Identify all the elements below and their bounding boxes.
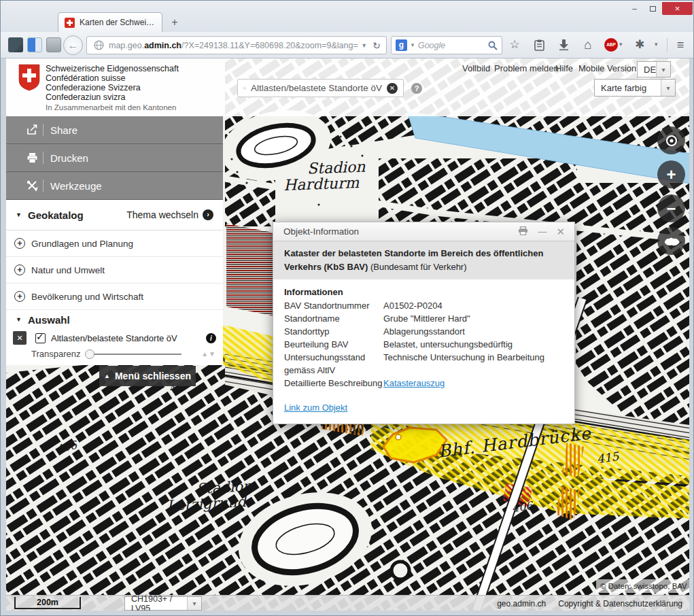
addon-icon-3[interactable] (46, 37, 61, 52)
addon-splat-icon[interactable]: ✱ (631, 37, 648, 52)
addon-dropdown-icon[interactable]: ▾ (655, 41, 658, 48)
swiss-coat-of-arms (18, 64, 40, 91)
home-icon[interactable]: ⌂ (580, 37, 596, 52)
footer-bar: 200m CH1903+ / LV95▾ geo.admin.ch Copyri… (6, 595, 689, 611)
addon-icon-2[interactable] (27, 37, 42, 52)
collapse-triangle-icon: ▼ (16, 316, 25, 323)
browser-window: Karten der Schweiz - Schweize... + – × ←… (0, 0, 694, 616)
expand-plus-icon: + (14, 238, 25, 249)
search-help-icon[interactable]: ? (411, 83, 422, 94)
popup-titlebar[interactable]: Objekt-Information — ✕ (273, 222, 574, 241)
info-row: Detaillierte Beschreibung Katasterauszug (284, 377, 563, 390)
layer-info-icon[interactable]: i (206, 333, 216, 343)
zoom-in-button[interactable]: + (657, 160, 685, 188)
info-row: Beurteilung BAVBelastet, untersuchungsbe… (284, 338, 563, 351)
adblock-dropdown-icon[interactable]: ▾ (619, 41, 623, 48)
expand-plus-icon: + (14, 264, 25, 275)
layer-checkbox[interactable] (35, 333, 46, 343)
transparency-slider[interactable] (86, 349, 181, 359)
nav-hilfe[interactable]: Hilfe (555, 63, 573, 73)
popup-print-icon[interactable] (518, 226, 528, 237)
search-engine-bar[interactable]: g ▼ Google (391, 36, 502, 54)
cantons-subline: In Zusammenarbeit mit den Kantonen (46, 103, 176, 112)
popup-title: Objekt-Information (283, 226, 518, 237)
bookmark-star-icon[interactable]: ☆ (506, 37, 523, 52)
sidebar-item-tools[interactable]: Werkzeuge (6, 172, 223, 200)
info-row: StandorttypAblagerungsstandort (284, 325, 563, 338)
category-bevoelkerung[interactable]: + Bevölkerung und Wirtschaft (6, 284, 223, 310)
layer-reorder-icons[interactable]: ▲▼ (201, 350, 216, 358)
kataster-link[interactable]: Katasterauszug (383, 378, 445, 388)
adblock-icon[interactable]: ABP (604, 38, 618, 52)
popup-minimize-icon[interactable]: — (538, 226, 546, 237)
share-icon (24, 124, 40, 135)
window-close-button[interactable]: × (662, 2, 693, 15)
magnifier-icon[interactable] (488, 41, 498, 50)
map-search-input[interactable]: Altlasten/belastete Standorte öV ✕ (237, 79, 404, 97)
engine-dropdown-icon[interactable]: ▼ (410, 42, 415, 48)
geolocate-button[interactable] (657, 126, 685, 154)
collapse-up-icon: ▲ (104, 373, 110, 379)
search-value: Altlasten/belastete Standorte öV (251, 83, 382, 93)
url-text: map.geo.admin.ch/?X=249138.11&Y=680698.2… (109, 41, 358, 50)
browser-tab[interactable]: Karten der Schweiz - Schweize... (58, 12, 162, 32)
info-row: Untersuchungsstand gemäss AltlVTechnisch… (284, 351, 563, 377)
background-layer-select[interactable]: Karte farbig▾ (594, 79, 676, 97)
object-link[interactable]: Link zum Objekt (284, 403, 347, 413)
browser-toolbar: ← map.geo.admin.ch/?X=249138.11&Y=680698… (1, 32, 694, 58)
clear-search-icon[interactable]: ✕ (387, 83, 398, 94)
globe-icon (94, 40, 104, 50)
selection-header[interactable]: ▼ Auswahl (6, 310, 223, 329)
menu-hamburger-icon[interactable]: ≡ (672, 37, 689, 52)
nav-problem-melden[interactable]: Problem melden (494, 63, 559, 73)
downloads-icon[interactable] (555, 37, 572, 52)
confederation-logo-text: Schweizerische Eidgenossenschaft Confédé… (46, 64, 179, 102)
collapse-triangle-icon: ▼ (16, 211, 25, 218)
google-logo-icon: g (396, 39, 407, 51)
selection-title: Auswahl (28, 314, 223, 326)
swiss-flag-favicon (65, 18, 75, 28)
geoadmin-link[interactable]: geo.admin.ch (497, 599, 546, 609)
object-info-popup: Objekt-Information — ✕ Kataster der bela… (273, 222, 575, 424)
tools-icon (24, 180, 40, 191)
reload-icon[interactable]: ↻ (370, 40, 386, 51)
tab-title: Karten der Schweiz - Schweize... (80, 18, 156, 27)
url-bar[interactable]: map.geo.admin.ch/?X=249138.11&Y=680698.2… (86, 36, 387, 54)
layer-label: Altlasten/belastete Standorte öV (51, 333, 206, 343)
scale-bar: 200m (14, 597, 81, 609)
projection-select[interactable]: CH1903+ / LV95▾ (124, 596, 202, 611)
geocatalog-header[interactable]: ▼ Geokatalog Thema wechseln › (6, 200, 223, 230)
popup-close-icon[interactable]: ✕ (556, 226, 565, 238)
bookmarks-panel-icon[interactable] (531, 37, 547, 52)
category-grundlagen[interactable]: + Grundlagen und Planung (6, 230, 223, 257)
change-theme-arrow-icon[interactable]: › (203, 209, 213, 220)
sidebar-item-share[interactable]: Share (6, 116, 223, 144)
switzerland-icon (663, 235, 680, 247)
window-maximize-button[interactable] (644, 2, 662, 15)
new-tab-button[interactable]: + (167, 16, 182, 29)
info-section-heading: Informationen (284, 287, 563, 297)
site-header: Schweizerische Eidgenossenschaft Confédé… (6, 58, 689, 116)
printer-icon (24, 152, 40, 163)
change-theme-link[interactable]: Thema wechseln (126, 209, 198, 220)
sidebar-item-print[interactable]: Drucken (6, 144, 223, 172)
zoom-out-button[interactable]: − (657, 194, 685, 222)
url-dropdown-icon[interactable]: ▼ (358, 42, 370, 49)
slider-knob[interactable] (85, 349, 94, 359)
geocatalog-title: Geokatalog (28, 209, 126, 221)
info-row: StandortnameGrube "Mittlerer Hard" (284, 312, 563, 325)
category-natur[interactable]: + Natur und Umwelt (6, 257, 223, 284)
nav-mobile-version[interactable]: Mobile Version (578, 63, 636, 73)
nav-vollbild[interactable]: Vollbild (462, 63, 490, 73)
active-layer-row: ✕ Altlasten/belastete Standorte öV i (6, 329, 223, 347)
language-select[interactable]: DE▾ (637, 61, 671, 78)
window-minimize-button[interactable]: – (625, 2, 644, 15)
back-button[interactable]: ← (63, 35, 83, 55)
remove-layer-icon[interactable]: ✕ (13, 331, 27, 345)
addon-icon-1[interactable] (8, 37, 23, 52)
copyright-link[interactable]: Copyright & Datenschutzerklärung (558, 599, 682, 609)
close-menu-button[interactable]: ▲ Menü schliessen (99, 366, 196, 386)
zoom-to-switzerland-button[interactable] (657, 227, 685, 255)
popup-layer-heading: Kataster der belasteten Standorte im Ber… (273, 241, 574, 279)
sidebar: Share Drucken Werkzeuge ▼ Geokatalog The… (6, 116, 223, 365)
